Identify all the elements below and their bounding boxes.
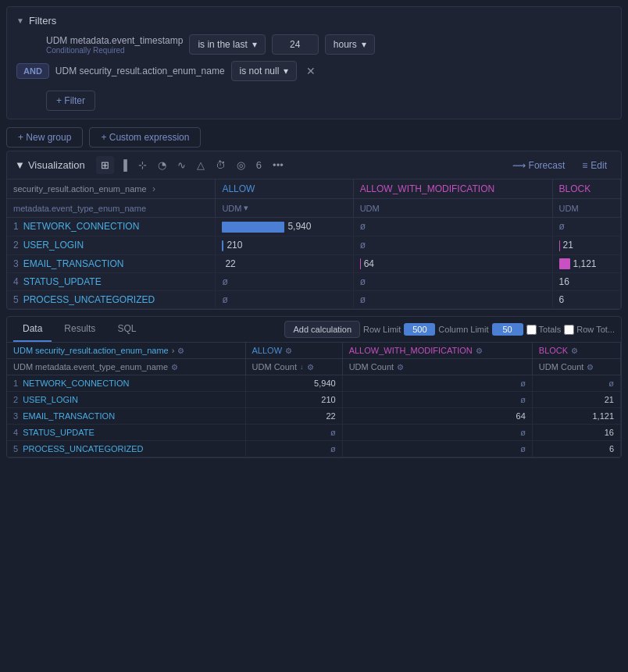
viz-pie-icon[interactable]: ◔ xyxy=(153,156,171,174)
filter1-field: UDM metadata.event_timestamp xyxy=(46,35,183,46)
viz-row-num: 1 xyxy=(13,221,19,232)
viz-row-name[interactable]: NETWORK_CONNECTION xyxy=(23,221,140,232)
allow-gear-icon[interactable]: ⚙ xyxy=(285,347,292,355)
viz-table-wrapper: security_result.action_enum_name › ALLOW… xyxy=(7,180,621,309)
viz-area-icon[interactable]: △ xyxy=(192,156,209,174)
viz-row-col-sort-icon[interactable]: › xyxy=(152,183,155,194)
edit-button[interactable]: ≡ Edit xyxy=(576,157,613,174)
filter1-unit-dropdown[interactable]: hours ▾ xyxy=(325,34,375,55)
viz-col-allow-mod: ALLOW_WITH_MODIFICATION xyxy=(353,180,552,199)
viz-table-row: 4STATUS_UPDATEøø16 xyxy=(7,273,621,291)
viz-row-name[interactable]: USER_LOGIN xyxy=(23,240,84,251)
viz-cell-allow: 5,940 xyxy=(216,218,353,236)
custom-expression-button[interactable]: + Custom expression xyxy=(89,127,201,148)
filters-chevron-icon[interactable]: ▼ xyxy=(16,16,24,25)
viz-row-num: 5 xyxy=(13,294,19,305)
viz-table: security_result.action_enum_name › ALLOW… xyxy=(7,180,621,309)
row-limit-group: Row Limit xyxy=(363,323,435,336)
allow-bar xyxy=(222,240,223,251)
data-row-name[interactable]: NETWORK_CONNECTION xyxy=(23,379,129,388)
viz-subcol-allow-mod: UDM xyxy=(353,199,552,218)
viz-more-icon[interactable]: ••• xyxy=(268,156,288,174)
row-tot-checkbox[interactable] xyxy=(564,325,574,335)
and-badge[interactable]: AND xyxy=(16,63,49,79)
viz-row-name[interactable]: PROCESS_UNCATEGORIZED xyxy=(23,294,155,305)
allow-mod-gear-icon[interactable]: ⚙ xyxy=(476,347,483,355)
filter2-remove-button[interactable]: ✕ xyxy=(303,63,319,79)
viz-cell-allow: 22 xyxy=(216,254,353,273)
data-row-num: 3 xyxy=(13,411,18,421)
data-row-name[interactable]: USER_LOGIN xyxy=(23,395,78,404)
viz-header: ▼ Visualization ⊞ ▐ ⊹ ◔ ∿ △ ⏱ ◎ 6 ••• ⟿ … xyxy=(7,151,621,180)
viz-allow-dropdown-icon[interactable]: ▾ xyxy=(244,203,248,213)
data-subcol-allow: UDM Count ↓ ⚙ xyxy=(245,359,342,375)
data-table-row: 3EMAIL_TRANSACTION22641,121 xyxy=(7,408,621,425)
viz-cell-allow: ø xyxy=(216,273,353,291)
row-tot-label: Row Tot... xyxy=(576,325,615,334)
allow-bar xyxy=(222,222,284,233)
data-row-name[interactable]: STATUS_UPDATE xyxy=(23,428,95,437)
filter-actions: + New group + Custom expression xyxy=(6,127,622,148)
viz-cell-block: 21 xyxy=(552,236,621,254)
viz-subcol-allow: UDM ▾ xyxy=(216,199,353,218)
edit-icon: ≡ xyxy=(582,160,587,171)
sub-col-gear-icon[interactable]: ⚙ xyxy=(171,363,178,372)
data-cell-allow: 22 xyxy=(245,408,342,425)
viz-clock-icon[interactable]: ⏱ xyxy=(211,156,230,174)
filters-title: Filters xyxy=(29,15,56,27)
viz-cell-allow-mod: 64 xyxy=(353,254,552,273)
block-gear-icon[interactable]: ⚙ xyxy=(571,347,578,355)
totals-checkbox[interactable] xyxy=(526,325,537,335)
row-tot-checkbox-group[interactable]: Row Tot... xyxy=(564,325,615,335)
viz-map-icon[interactable]: ◎ xyxy=(232,156,250,174)
viz-subcol-block: UDM xyxy=(552,199,621,218)
totals-checkbox-group[interactable]: Totals xyxy=(526,325,562,335)
new-group-button[interactable]: + New group xyxy=(6,127,83,148)
viz-cell-allow: 210 xyxy=(216,236,353,254)
viz-cell-allow-mod: ø xyxy=(353,218,552,236)
allow-sub-gear-icon[interactable]: ⚙ xyxy=(307,363,314,372)
tab-sql[interactable]: SQL xyxy=(108,317,145,342)
data-row-name[interactable]: EMAIL_TRANSACTION xyxy=(23,411,115,421)
viz-row-num: 4 xyxy=(13,276,19,287)
viz-table-icon[interactable]: ⊞ xyxy=(96,156,114,174)
viz-line-icon[interactable]: ∿ xyxy=(173,156,191,174)
add-filter-button[interactable]: + Filter xyxy=(46,91,95,111)
data-cell-block: 1,121 xyxy=(532,408,620,425)
data-table-row: 5PROCESS_UNCATEGORIZEDøø6 xyxy=(7,441,621,457)
filter1-value-input[interactable] xyxy=(272,34,319,55)
viz-number-icon[interactable]: 6 xyxy=(252,156,266,174)
filter-row-1: UDM metadata.event_timestamp Conditional… xyxy=(16,34,612,55)
data-row-num: 2 xyxy=(13,395,18,404)
viz-scatter-icon[interactable]: ⊹ xyxy=(134,156,152,174)
viz-bar-chart-icon[interactable]: ▐ xyxy=(116,156,132,174)
filter1-sub: Conditionally Required xyxy=(46,46,183,55)
viz-cell-block: 16 xyxy=(552,273,621,291)
viz-title[interactable]: ▼ Visualization xyxy=(15,159,85,171)
data-tabs-bar: Data Results SQL Add calculation Row Lim… xyxy=(7,317,621,343)
col-limit-label: Column Limit xyxy=(438,325,488,334)
filter1-unit-chevron-icon: ▾ xyxy=(362,39,366,50)
allow-mod-sub-gear-icon[interactable]: ⚙ xyxy=(397,363,404,372)
data-cell-block: 21 xyxy=(532,392,620,408)
tab-data[interactable]: Data xyxy=(13,317,52,342)
viz-row-name[interactable]: STATUS_UPDATE xyxy=(23,276,102,287)
tab-results[interactable]: Results xyxy=(55,317,105,342)
viz-table-row: 1NETWORK_CONNECTION5,940øø xyxy=(7,218,621,236)
row-limit-input[interactable] xyxy=(404,323,435,336)
viz-chevron-icon: ▼ xyxy=(15,159,25,171)
viz-table-header-row: security_result.action_enum_name › ALLOW… xyxy=(7,180,621,199)
forecast-button[interactable]: ⟿ Forecast xyxy=(506,157,572,174)
col-limit-input[interactable] xyxy=(492,323,523,336)
filter1-operator-dropdown[interactable]: is in the last ▾ xyxy=(189,34,265,55)
main-col-gear-icon[interactable]: ⚙ xyxy=(177,347,184,355)
data-table-row: 1NETWORK_CONNECTION5,940øø xyxy=(7,375,621,392)
block-sub-gear-icon[interactable]: ⚙ xyxy=(587,363,594,372)
add-calculation-button[interactable]: Add calculation xyxy=(284,321,360,338)
viz-table-row: 2USER_LOGIN210ø21 xyxy=(7,236,621,254)
data-cell-allow: ø xyxy=(245,425,342,441)
filter2-operator-dropdown[interactable]: is not null ▾ xyxy=(231,61,298,81)
forecast-icon: ⟿ xyxy=(512,160,526,171)
viz-row-name[interactable]: EMAIL_TRANSACTION xyxy=(23,258,124,269)
data-row-name[interactable]: PROCESS_UNCATEGORIZED xyxy=(23,444,143,453)
